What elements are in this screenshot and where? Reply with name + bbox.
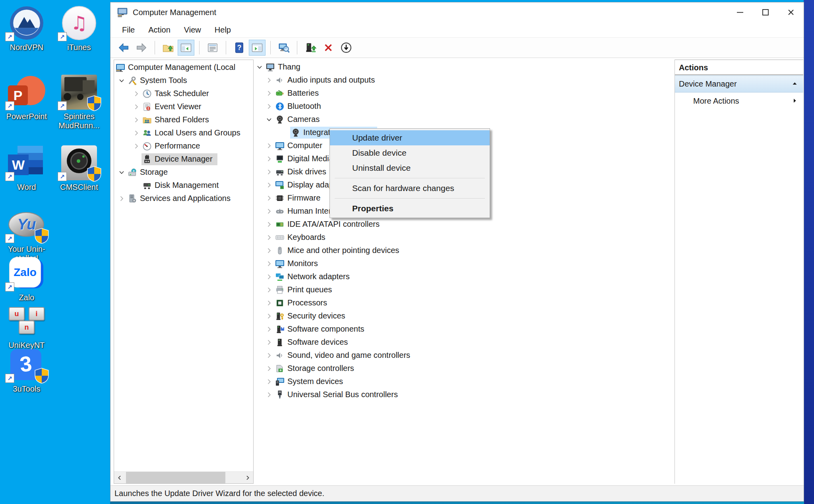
chevron-right-icon[interactable]: [132, 142, 141, 151]
device-tree-item-universal-serial-bus-controllers[interactable]: Universal Serial Bus controllers: [254, 388, 674, 401]
uninstall-device-button[interactable]: [320, 40, 337, 56]
forward-button[interactable]: [133, 40, 150, 56]
console-tree-item-task-scheduler[interactable]: Task Scheduler: [114, 87, 253, 100]
scroll-left-arrow-icon[interactable]: [114, 472, 125, 483]
chevron-right-icon[interactable]: [117, 194, 126, 203]
device-tree-item-software-devices[interactable]: Software devices: [254, 336, 674, 349]
scrollbar-thumb[interactable]: [126, 472, 225, 483]
desktop-icon-itunes[interactable]: ♫↗iTunes: [53, 5, 105, 52]
context-menu-item-uninstall-device[interactable]: Uninstall device: [330, 160, 490, 176]
device-tree-item-audio-inputs-and-outputs[interactable]: Audio inputs and outputs: [254, 73, 674, 87]
chevron-right-icon[interactable]: [265, 233, 273, 242]
actions-group-device-manager[interactable]: Device Manager: [675, 75, 803, 93]
scan-hardware-changes-button[interactable]: [275, 40, 292, 56]
chevron-right-icon[interactable]: [265, 220, 273, 229]
context-menu-item-scan-for-hardware-changes[interactable]: Scan for hardware changes: [330, 181, 490, 196]
console-tree-item-device-manager[interactable]: Device Manager: [114, 153, 253, 166]
device-tree-item-batteries[interactable]: Batteries: [254, 87, 674, 100]
device-tree-item-ide-ata-atapi-controllers[interactable]: IDE ATA/ATAPI controllers: [254, 218, 674, 231]
context-menu-item-update-driver[interactable]: Update driver: [330, 130, 490, 145]
device-tree-item-security-devices[interactable]: Security devices: [254, 309, 674, 322]
console-tree-item-performance[interactable]: Performance: [114, 139, 253, 153]
chevron-right-icon[interactable]: [265, 168, 273, 176]
console-tree-item-system-tools[interactable]: System Tools: [114, 74, 253, 87]
up-one-level-button[interactable]: [160, 40, 176, 56]
export-list-button[interactable]: [204, 40, 221, 56]
device-tree-item-monitors[interactable]: Monitors: [254, 257, 674, 270]
chevron-right-icon[interactable]: [132, 116, 141, 124]
chevron-right-icon[interactable]: [265, 351, 273, 360]
device-tree-item-processors[interactable]: Processors: [254, 296, 674, 309]
chevron-right-icon[interactable]: [265, 286, 273, 294]
chevron-right-icon[interactable]: [265, 246, 273, 255]
device-tree-item-bluetooth[interactable]: Bluetooth: [254, 100, 674, 113]
device-tree-item-thang[interactable]: Thang: [254, 60, 674, 73]
maximize-button[interactable]: [753, 2, 778, 22]
more-actions-item[interactable]: More Actions: [675, 93, 803, 109]
chevron-right-icon[interactable]: [265, 325, 273, 334]
chevron-right-icon[interactable]: [265, 89, 273, 98]
chevron-right-icon[interactable]: [265, 364, 273, 373]
back-button[interactable]: [115, 40, 132, 56]
device-tree-item-network-adapters[interactable]: Network adapters: [254, 270, 674, 283]
console-tree-item-disk-management[interactable]: Disk Management: [114, 179, 253, 192]
chevron-right-icon[interactable]: [265, 272, 273, 281]
chevron-right-icon[interactable]: [132, 89, 141, 98]
chevron-right-icon[interactable]: [265, 102, 273, 111]
update-driver-button[interactable]: [302, 40, 319, 56]
chevron-right-icon[interactable]: [265, 338, 273, 347]
chevron-down-icon[interactable]: [117, 76, 126, 85]
device-tree-item-print-queues[interactable]: Print queues: [254, 283, 674, 296]
device-tree-item-sound-video-and-game-controllers[interactable]: Sound, video and game controllers: [254, 349, 674, 362]
chevron-right-icon[interactable]: [265, 259, 273, 268]
disable-device-button[interactable]: [338, 40, 355, 56]
minimize-button[interactable]: [727, 2, 753, 22]
device-tree-item-cameras[interactable]: Cameras: [254, 113, 674, 126]
horizontal-scrollbar[interactable]: [114, 471, 253, 483]
chevron-right-icon[interactable]: [265, 207, 273, 216]
device-tree-item-storage-controllers[interactable]: Storage controllers: [254, 362, 674, 375]
close-button[interactable]: [778, 2, 804, 22]
desktop-icon-word[interactable]: W↗Word: [1, 145, 52, 192]
chevron-down-icon[interactable]: [255, 63, 264, 71]
help-button[interactable]: ?: [231, 40, 248, 56]
console-tree-item-computer-management-local[interactable]: Computer Management (Local: [114, 61, 253, 74]
console-tree-item-shared-folders[interactable]: Shared Folders: [114, 113, 253, 126]
device-tree-item-mice-and-other-pointing-devices[interactable]: Mice and other pointing devices: [254, 244, 674, 257]
chevron-right-icon[interactable]: [265, 312, 273, 321]
chevron-right-icon[interactable]: [265, 154, 273, 163]
chevron-right-icon[interactable]: [132, 102, 141, 111]
show-action-pane-button[interactable]: [249, 40, 266, 56]
context-menu-item-disable-device[interactable]: Disable device: [330, 145, 490, 160]
chevron-right-icon[interactable]: [132, 129, 141, 137]
menu-action[interactable]: Action: [141, 25, 177, 35]
device-tree-item-software-components[interactable]: Software components: [254, 322, 674, 336]
device-tree-item-keyboards[interactable]: Keyboards: [254, 231, 674, 244]
menu-view[interactable]: View: [177, 25, 208, 35]
chevron-right-icon[interactable]: [265, 299, 273, 307]
scroll-right-arrow-icon[interactable]: [242, 472, 253, 483]
desktop-icon-3utools[interactable]: 3↗3uTools: [1, 346, 52, 394]
chevron-right-icon[interactable]: [265, 181, 273, 189]
chevron-right-icon[interactable]: [265, 76, 273, 85]
menu-help[interactable]: Help: [208, 25, 238, 35]
collapse-triangle-icon[interactable]: [792, 79, 798, 89]
context-menu-item-properties[interactable]: Properties: [330, 201, 490, 216]
chevron-right-icon[interactable]: [265, 377, 273, 386]
console-tree-item-services-and-applications[interactable]: Services and Applications: [114, 192, 253, 205]
title-bar[interactable]: Computer Management: [110, 2, 804, 22]
menu-file[interactable]: File: [115, 25, 141, 35]
chevron-right-icon[interactable]: [265, 141, 273, 150]
chevron-right-icon[interactable]: [265, 194, 273, 203]
console-tree-item-event-viewer[interactable]: Event Viewer: [114, 100, 253, 113]
console-tree-item-local-users-and-groups[interactable]: Local Users and Groups: [114, 126, 253, 139]
desktop-icon-powerpoint[interactable]: P↗PowerPoint: [1, 74, 52, 121]
desktop-icon-nordvpn[interactable]: ↗NordVPN: [1, 5, 52, 52]
desktop-icon-cmsclient[interactable]: ↗CMSClient: [53, 145, 105, 192]
show-console-tree-button[interactable]: [178, 40, 194, 56]
desktop-icon-spintires[interactable]: ↗Spintires MudRunn...: [53, 74, 105, 130]
chevron-down-icon[interactable]: [265, 115, 273, 124]
console-tree-item-storage[interactable]: Storage: [114, 166, 253, 179]
chevron-down-icon[interactable]: [117, 168, 126, 177]
desktop-icon-unikeynt[interactable]: uinUniKeyNT: [1, 303, 52, 350]
